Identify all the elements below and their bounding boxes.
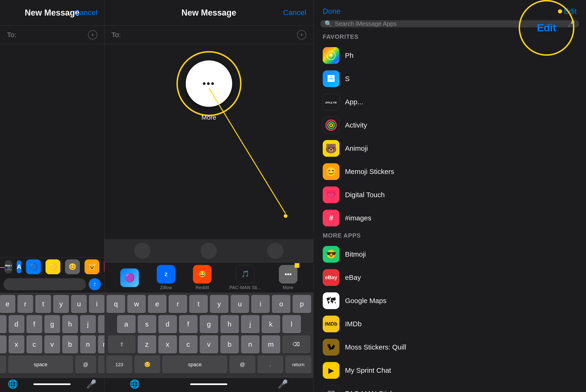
app-icon-2[interactable]: 🟡 [45,260,60,274]
key-c[interactable]: c [26,335,42,354]
key-e[interactable]: e [0,295,15,313]
key-emoji[interactable]: 😊 [0,356,6,374]
mid-key-e[interactable]: e [148,295,166,313]
mid-key-h[interactable]: h [220,315,239,333]
key-s[interactable]: s [0,315,6,333]
list-item-googlemaps[interactable]: 🗺 Google Maps [313,289,586,312]
mid-key-x[interactable]: x [158,335,177,354]
drawer-icon-2[interactable] [201,243,217,259]
key-space[interactable]: space [8,356,73,374]
mid-key-emoji[interactable]: 😊 [134,356,160,374]
mid-key-i[interactable]: i [251,295,270,313]
key-y[interactable]: y [53,295,69,313]
mid-key-z[interactable]: z [138,335,156,354]
left-send-button[interactable]: ↑ [89,278,101,290]
mid-key-o[interactable]: o [272,295,290,313]
mid-key-d[interactable]: d [158,315,177,333]
list-item-bitmoji[interactable]: 😎 Bitmoji [313,243,586,266]
mid-key-at[interactable]: @ [229,356,255,374]
list-item-photos[interactable]: ❋ Ph [313,44,586,67]
mid-key-k[interactable]: k [262,315,280,333]
left-message-area[interactable] [0,44,104,257]
mid-key-l[interactable]: l [282,315,301,333]
mid-app-item-more[interactable]: More [279,265,297,290]
mid-key-delete[interactable]: ⌫ [282,335,310,354]
key-d[interactable]: d [8,315,24,333]
mid-key-shift[interactable]: ⇧ [108,335,136,354]
key-t[interactable]: t [35,295,51,313]
key-v[interactable]: v [44,335,60,354]
list-item-animoji[interactable]: 🐻 Animoji [313,137,586,160]
list-item-digitaltouch[interactable]: 💗 Digital Touch [313,183,586,206]
edit-button-container[interactable]: Edit [558,7,577,16]
mid-key-return[interactable]: return [285,356,311,374]
key-x[interactable]: x [8,335,24,354]
key-at[interactable]: @ [75,356,96,374]
list-item-appstore[interactable]: 🅰 S [313,67,586,90]
key-f[interactable]: f [26,315,42,333]
list-item-ebay[interactable]: eBay eBay [313,266,586,289]
mid-key-period[interactable]: . [257,356,283,374]
key-g[interactable]: g [44,315,60,333]
drawer-icon-3[interactable] [267,243,283,259]
mid-key-w[interactable]: w [127,295,146,313]
drawer-icon-1[interactable] [134,243,150,259]
list-item-sprint[interactable]: ▶ My Sprint Chat [313,359,586,382]
middle-mic-icon[interactable]: 🎤 [278,379,288,389]
app-icon-4[interactable]: 😺 [84,260,99,274]
mid-key-u[interactable]: u [231,295,249,313]
mid-app-item-1[interactable]: 🟣 [120,268,139,287]
mid-key-f[interactable]: f [179,315,198,333]
key-h[interactable]: h [62,315,78,333]
left-mic-icon[interactable]: 🎤 [86,379,96,389]
list-item-images[interactable]: # #images [313,206,586,230]
mid-app-item-zillow[interactable]: Z Zillow [157,265,175,290]
list-item-memoji[interactable]: 😊 Memoji Stickers [313,160,586,183]
key-j[interactable]: j [80,315,96,333]
mid-key-123[interactable]: 123 [106,356,132,374]
middle-message-area[interactable]: ••• More [104,44,313,262]
mid-key-y[interactable]: y [210,295,228,313]
mid-key-g[interactable]: g [200,315,218,333]
mid-key-m[interactable]: m [262,335,280,354]
middle-cancel-button[interactable]: Cancel [283,8,306,17]
key-u[interactable]: u [71,295,87,313]
left-message-input[interactable] [3,278,86,290]
app-icon-1[interactable]: 🔵 [26,260,41,274]
left-globe-icon[interactable]: 🌐 [8,379,18,389]
mid-key-s[interactable]: s [138,315,156,333]
left-cancel-button[interactable]: Cancel [74,8,97,17]
search-bar[interactable]: 🔍 Search iMessage Apps 🎤 [320,20,579,28]
mid-key-c[interactable]: c [179,335,198,354]
app-icon-3[interactable]: 😊 [65,260,80,274]
list-item-pacman[interactable]: 🎮 PAC-MAN Sticker [313,382,586,392]
mid-key-r[interactable]: r [169,295,187,313]
apps-icon[interactable]: A [17,260,21,273]
left-add-recipient-button[interactable]: + [88,30,97,40]
list-item-applepay[interactable]: APPLE PAY App... [313,90,586,114]
mid-key-j[interactable]: j [241,315,260,333]
edit-button-label[interactable]: Edit [564,7,577,16]
mid-key-q[interactable]: q [106,295,125,313]
mid-key-n[interactable]: n [241,335,260,354]
list-item-moss[interactable]: 🐿 Moss Stickers: Quill [313,336,586,359]
mic-search-icon[interactable]: 🎤 [568,20,575,28]
middle-globe-icon[interactable]: 🌐 [129,379,140,389]
key-r[interactable]: r [17,295,33,313]
mid-key-t[interactable]: t [189,295,208,313]
mid-app-item-reddit[interactable]: 😂 Reddit [193,265,211,290]
mid-key-space[interactable]: space [162,356,227,374]
mid-key-p[interactable]: p [293,295,311,313]
key-i[interactable]: i [89,295,105,313]
done-button[interactable]: Done [323,7,341,16]
more-icon[interactable] [279,265,297,284]
mid-key-b[interactable]: b [220,335,239,354]
mid-app-item-pacman[interactable]: 🎵 PAC-MAN Sti... [229,265,261,290]
mid-key-v[interactable]: v [200,335,218,354]
list-item-activity[interactable]: Activity [313,114,586,137]
key-n[interactable]: n [80,335,96,354]
key-b[interactable]: b [62,335,78,354]
middle-add-recipient-button[interactable]: + [297,30,306,40]
mid-key-a[interactable]: a [117,315,136,333]
key-z[interactable]: z [0,335,6,354]
